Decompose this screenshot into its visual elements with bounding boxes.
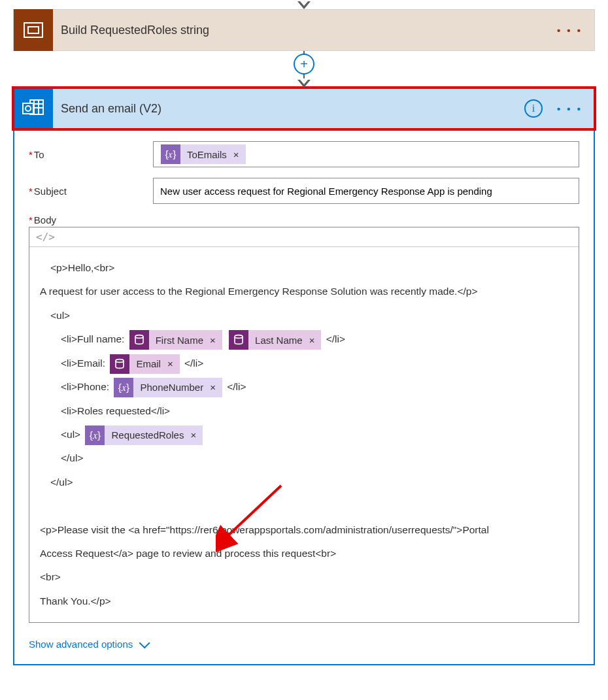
chevron-down-icon [139, 637, 150, 648]
action-card-send-email: Send an email (V2) i • • • *To {𝑥} ToEma… [13, 88, 595, 665]
body-label: *Body [29, 214, 579, 225]
field-row-to: *To {𝑥} ToEmails × [29, 141, 579, 167]
token-requestedroles[interactable]: {𝑥} RequestedRoles × [85, 425, 203, 445]
token-remove-icon[interactable]: × [190, 425, 203, 445]
add-step-button[interactable]: + [294, 54, 314, 75]
action-header-send-email[interactable]: Send an email (V2) i • • • [13, 88, 595, 129]
svg-rect-1 [28, 27, 39, 33]
body-text: <p>Please visit the <a href="https://rer… [40, 518, 568, 542]
token-label: ToEmails [180, 144, 233, 164]
token-toemails[interactable]: {𝑥} ToEmails × [161, 144, 246, 164]
body-line-phone: <li>Phone: {𝑥} PhoneNumber × </li> [40, 375, 568, 399]
to-input[interactable]: {𝑥} ToEmails × [153, 141, 579, 167]
body-editor: </> <p>Hello,<br> A request for user acc… [29, 227, 579, 623]
action-card-build-roles[interactable]: Build RequestedRoles string • • • [13, 9, 595, 51]
flow-arrow-top [13, 0, 595, 9]
subject-text-input[interactable] [159, 182, 573, 201]
dataverse-icon [110, 354, 129, 374]
body-text: Thank You.</p> [40, 590, 568, 613]
action-title: Send an email (V2) [53, 102, 524, 116]
token-label: Last Name [248, 330, 309, 350]
token-remove-icon[interactable]: × [210, 330, 222, 350]
token-lastname[interactable]: Last Name × [229, 330, 321, 350]
body-line-fullname: <li>Full name: First Name × [40, 327, 568, 351]
body-text: <br> [40, 565, 568, 589]
body-text: <li>Full name: [61, 333, 124, 344]
plus-icon: + [300, 58, 308, 71]
show-advanced-options[interactable]: Show advanced options [29, 639, 147, 650]
token-firstname[interactable]: First Name × [129, 330, 222, 350]
token-label: PhoneNumber [133, 378, 210, 397]
body-content-area[interactable]: <p>Hello,<br> A request for user access … [29, 247, 579, 622]
more-menu-button[interactable]: • • • [554, 22, 585, 39]
body-text: </li> [227, 381, 246, 392]
token-remove-icon[interactable]: × [210, 378, 222, 397]
body-text: Access Request</a> page to review and pr… [40, 542, 568, 565]
body-text: <li>Email: [61, 358, 105, 369]
subject-input[interactable] [153, 178, 579, 204]
token-remove-icon[interactable]: × [167, 354, 180, 374]
svg-point-11 [116, 359, 124, 362]
field-row-subject: *Subject [29, 178, 579, 204]
expression-icon: {𝑥} [114, 378, 133, 397]
to-label: *To [29, 149, 153, 160]
dataverse-icon [129, 330, 149, 350]
token-email[interactable]: Email × [110, 354, 179, 374]
body-text: </li> [326, 333, 345, 344]
data-operations-icon [14, 9, 53, 51]
body-text: <li>Phone: [61, 381, 109, 392]
body-line-email: <li>Email: Email × </li> [40, 352, 568, 375]
svg-rect-7 [23, 103, 33, 114]
body-text: </ul> [40, 471, 568, 494]
body-line-roles: <ul> {𝑥} RequestedRoles × [40, 423, 568, 446]
subject-label: *Subject [29, 186, 153, 197]
info-icon[interactable]: i [524, 99, 543, 118]
body-text: </li> [184, 358, 203, 369]
expression-icon: {𝑥} [85, 425, 105, 445]
action-title: Build RequestedRoles string [53, 24, 554, 37]
body-text: <ul> [40, 304, 568, 327]
body-text: <ul> [61, 429, 80, 440]
token-remove-icon[interactable]: × [309, 330, 322, 350]
action-body-send-email: *To {𝑥} ToEmails × *Subject *Body [13, 129, 595, 665]
token-label: RequestedRoles [105, 425, 190, 445]
body-text: <p>Hello,<br> [40, 256, 568, 280]
token-label: Email [129, 354, 167, 374]
show-advanced-label: Show advanced options [29, 639, 133, 650]
outlook-icon [14, 88, 53, 129]
body-text: </ul> [40, 446, 568, 470]
body-text: <li>Roles requested</li> [40, 399, 568, 423]
body-blank-line [40, 494, 568, 518]
svg-point-10 [235, 335, 243, 339]
token-phone[interactable]: {𝑥} PhoneNumber × [114, 378, 222, 397]
body-text: A request for user access to the Regiona… [40, 280, 568, 303]
token-remove-icon[interactable]: × [233, 144, 246, 164]
dataverse-icon [229, 330, 248, 350]
code-view-icon: </> [36, 231, 55, 243]
token-label: First Name [149, 330, 210, 350]
svg-point-9 [135, 335, 143, 339]
body-code-toggle[interactable]: </> [29, 227, 579, 247]
more-menu-button[interactable]: • • • [554, 101, 585, 117]
expression-icon: {𝑥} [161, 144, 180, 164]
svg-rect-0 [24, 23, 42, 37]
